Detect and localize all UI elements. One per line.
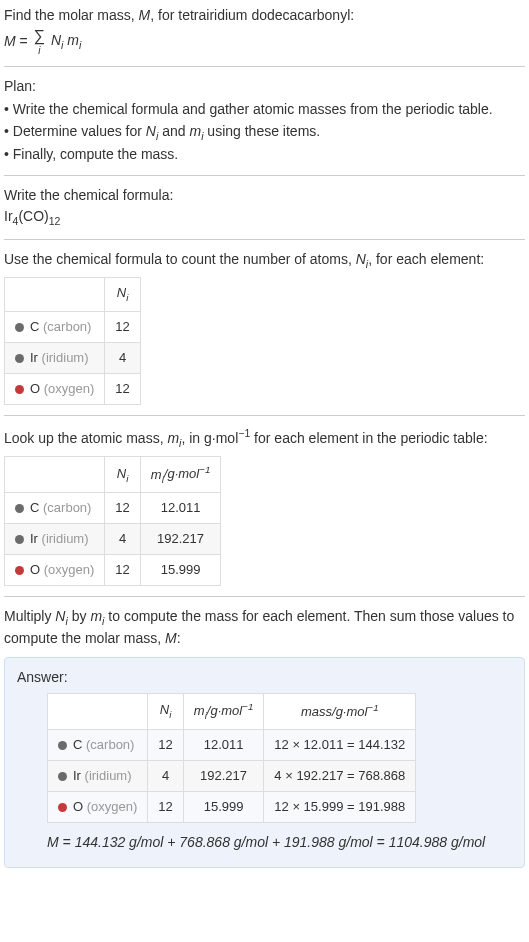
- element-name: (oxygen): [44, 381, 95, 396]
- chemical-formula: Ir4(CO)12: [4, 207, 525, 228]
- table-row: O (oxygen)12: [5, 374, 141, 405]
- n-cell: 12: [148, 729, 183, 760]
- n-cell: 12: [105, 311, 140, 342]
- plan-item: • Determine values for Ni and mi using t…: [4, 122, 525, 143]
- count-body: C (carbon)12Ir (iridium)4O (oxygen)12: [5, 311, 141, 405]
- table-row: Ir (iridium)4192.217: [5, 524, 221, 555]
- count-table: Ni C (carbon)12Ir (iridium)4O (oxygen)12: [4, 277, 141, 405]
- mass-cell: 12 × 12.011 = 144.132: [264, 729, 416, 760]
- element-name: (iridium): [42, 350, 89, 365]
- count-section: Use the chemical formula to count the nu…: [4, 250, 525, 405]
- element-dot-icon: [15, 354, 24, 363]
- n-cell: 12: [105, 374, 140, 405]
- element-name: (oxygen): [44, 562, 95, 577]
- plan-section: Plan: • Write the chemical formula and g…: [4, 77, 525, 165]
- n-header: Ni: [105, 278, 140, 311]
- element-dot-icon: [15, 566, 24, 575]
- element-dot-icon: [15, 535, 24, 544]
- element-cell: C (carbon): [5, 311, 105, 342]
- multiply-section: Multiply Ni by mi to compute the mass fo…: [4, 607, 525, 648]
- mass-header: mass/g·mol−1: [264, 694, 416, 730]
- m-cell: 15.999: [140, 555, 221, 586]
- n-cell: 4: [105, 342, 140, 373]
- answer-label: Answer:: [17, 668, 512, 688]
- n-cell: 4: [148, 760, 183, 791]
- n-cell: 12: [105, 492, 140, 523]
- answer-table: Ni mi/g·mol−1 mass/g·mol−1 C (carbon)121…: [47, 693, 416, 823]
- divider: [4, 596, 525, 597]
- element-cell: C (carbon): [5, 492, 105, 523]
- element-dot-icon: [58, 803, 67, 812]
- m-cell: 12.011: [140, 492, 221, 523]
- element-name: (carbon): [86, 737, 134, 752]
- table-row: O (oxygen)1215.999: [5, 555, 221, 586]
- element-name: (carbon): [43, 500, 91, 515]
- count-heading: Use the chemical formula to count the nu…: [4, 250, 525, 271]
- m-cell: 15.999: [183, 792, 264, 823]
- multiply-heading: Multiply Ni by mi to compute the mass fo…: [4, 607, 525, 648]
- formula-sub: 12: [49, 215, 61, 227]
- formula-section: Write the chemical formula: Ir4(CO)12: [4, 186, 525, 229]
- element-dot-icon: [15, 323, 24, 332]
- element-cell: Ir (iridium): [48, 760, 148, 791]
- element-cell: O (oxygen): [5, 555, 105, 586]
- element-cell: Ir (iridium): [5, 342, 105, 373]
- element-symbol: Ir: [30, 531, 38, 546]
- formula-heading: Write the chemical formula:: [4, 186, 525, 206]
- empty-header: [5, 457, 105, 493]
- m-cell: 12.011: [183, 729, 264, 760]
- element-name: (oxygen): [87, 799, 138, 814]
- intro-equation: M = ∑i Ni mi: [4, 28, 525, 56]
- answer-body: C (carbon)1212.01112 × 12.011 = 144.132I…: [48, 729, 416, 823]
- element-dot-icon: [15, 504, 24, 513]
- n-cell: 4: [105, 524, 140, 555]
- divider: [4, 175, 525, 176]
- element-dot-icon: [58, 772, 67, 781]
- element-symbol: Ir: [30, 350, 38, 365]
- table-row: Ir (iridium)4192.2174 × 192.217 = 768.86…: [48, 760, 416, 791]
- sigma-icon: ∑i: [34, 28, 45, 56]
- empty-header: [5, 278, 105, 311]
- intro-line: Find the molar mass, M, for tetrairidium…: [4, 6, 525, 26]
- table-header-row: Ni mi/g·mol−1 mass/g·mol−1: [48, 694, 416, 730]
- n-header: Ni: [105, 457, 140, 493]
- element-symbol: C: [30, 319, 39, 334]
- element-symbol: C: [73, 737, 82, 752]
- element-cell: O (oxygen): [5, 374, 105, 405]
- intro-section: Find the molar mass, M, for tetrairidium…: [4, 6, 525, 56]
- m-cell: 192.217: [140, 524, 221, 555]
- element-dot-icon: [15, 385, 24, 394]
- element-symbol: C: [30, 500, 39, 515]
- plan-item: • Finally, compute the mass.: [4, 145, 525, 165]
- table-row: C (carbon)1212.01112 × 12.011 = 144.132: [48, 729, 416, 760]
- table-row: O (oxygen)1215.99912 × 15.999 = 191.988: [48, 792, 416, 823]
- final-equation: M = 144.132 g/mol + 768.868 g/mol + 191.…: [47, 833, 512, 853]
- plan-list: • Write the chemical formula and gather …: [4, 100, 525, 165]
- m-header: mi/g·mol−1: [140, 457, 221, 493]
- element-symbol: Ir: [73, 768, 81, 783]
- table-header-row: Ni mi/g·mol−1: [5, 457, 221, 493]
- mass-cell: 4 × 192.217 = 768.868: [264, 760, 416, 791]
- table-row: C (carbon)1212.011: [5, 492, 221, 523]
- m-cell: 192.217: [183, 760, 264, 791]
- element-name: (carbon): [43, 319, 91, 334]
- table-row: Ir (iridium)4: [5, 342, 141, 373]
- n-header: Ni: [148, 694, 183, 730]
- formula-part: Ir: [4, 208, 13, 224]
- divider: [4, 239, 525, 240]
- element-symbol: O: [30, 381, 40, 396]
- divider: [4, 415, 525, 416]
- answer-box: Answer: Ni mi/g·mol−1 mass/g·mol−1 C (ca…: [4, 657, 525, 868]
- element-cell: Ir (iridium): [5, 524, 105, 555]
- lookup-heading: Look up the atomic mass, mi, in g·mol−1 …: [4, 426, 525, 450]
- plan-item: • Write the chemical formula and gather …: [4, 100, 525, 120]
- mass-cell: 12 × 15.999 = 191.988: [264, 792, 416, 823]
- element-cell: C (carbon): [48, 729, 148, 760]
- table-row: C (carbon)12: [5, 311, 141, 342]
- divider: [4, 66, 525, 67]
- sigma-index: i: [38, 45, 40, 56]
- plan-heading: Plan:: [4, 77, 525, 97]
- element-name: (iridium): [42, 531, 89, 546]
- formula-part: (CO): [18, 208, 48, 224]
- element-symbol: O: [30, 562, 40, 577]
